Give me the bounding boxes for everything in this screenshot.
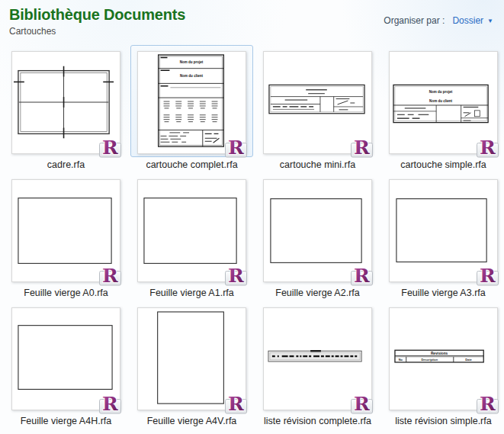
revit-file-icon	[474, 262, 499, 286]
svg-text:Nom du client: Nom du client	[429, 99, 452, 103]
file-name: liste révision complete.rfa	[255, 415, 380, 427]
file-item[interactable]: Revisions No Description Date liste révi…	[380, 301, 504, 427]
file-item[interactable]: Feuille vierge A1.rfa	[129, 173, 255, 299]
revit-file-icon	[474, 134, 499, 158]
file-name: Feuille vierge A4H.rfa	[3, 415, 129, 427]
file-name: cadre.rfa	[3, 159, 129, 171]
file-grid: cadre.rfa Nom du projet Nom du client	[0, 45, 504, 427]
file-item[interactable]: cadre.rfa	[3, 45, 129, 171]
revit-file-icon	[96, 134, 122, 158]
svg-text:Revisions: Revisions	[431, 352, 448, 355]
file-item[interactable]: Feuille vierge A0.rfa	[3, 173, 129, 299]
revit-file-icon	[96, 262, 122, 286]
svg-text:Description: Description	[421, 358, 438, 362]
file-item[interactable]: cartouche mini.rfa	[255, 45, 380, 171]
file-name: cartouche mini.rfa	[255, 159, 380, 171]
file-name: cartouche simple.rfa	[380, 159, 504, 171]
file-item[interactable]: Nom du projet Nom du client cartouche co…	[129, 45, 255, 171]
revit-file-icon	[96, 391, 122, 414]
file-name: Feuille vierge A3.rfa	[380, 287, 504, 299]
chevron-down-icon: ▼	[487, 18, 493, 24]
file-name: Feuille vierge A2.rfa	[255, 287, 380, 299]
folder-subtitle: Cartouches	[9, 26, 495, 37]
revit-file-icon	[222, 262, 248, 286]
file-name: liste révision simple.rfa	[380, 415, 504, 427]
organize-by-control: Organiser par : Dossier ▼	[384, 15, 493, 26]
file-name: cartouche complet.rfa	[129, 159, 255, 171]
organize-by-label: Organiser par :	[384, 15, 445, 26]
library-header: Bibliothèque Documents Cartouches Organi…	[0, 0, 504, 37]
file-item[interactable]: Feuille vierge A3.rfa	[380, 173, 504, 299]
svg-text:Nom du client: Nom du client	[180, 74, 203, 78]
svg-text:Nom du projet: Nom du projet	[180, 60, 204, 64]
file-name: Feuille vierge A1.rfa	[129, 287, 255, 299]
svg-text:No: No	[399, 358, 403, 362]
file-item[interactable]: Feuille vierge A4V.rfa	[129, 301, 255, 427]
organize-by-dropdown[interactable]: Dossier ▼	[452, 15, 493, 26]
file-item[interactable]: liste révision complete.rfa	[255, 301, 380, 427]
svg-text:Nom du projet: Nom du projet	[429, 90, 453, 94]
svg-text:Date: Date	[465, 358, 472, 362]
revit-file-icon	[348, 262, 374, 286]
revit-file-icon	[348, 134, 374, 158]
file-item[interactable]: Feuille vierge A4H.rfa	[3, 301, 129, 427]
file-item[interactable]: Nom du projet Nom du client cartouc	[380, 45, 504, 171]
file-name: Feuille vierge A4V.rfa	[129, 415, 255, 427]
revit-file-icon	[474, 391, 499, 414]
revit-file-icon	[348, 391, 374, 414]
revit-file-icon	[222, 134, 248, 158]
revit-file-icon	[222, 391, 248, 414]
file-name: Feuille vierge A0.rfa	[3, 287, 129, 299]
file-item[interactable]: Feuille vierge A2.rfa	[255, 173, 380, 299]
organize-by-value: Dossier	[452, 15, 483, 26]
